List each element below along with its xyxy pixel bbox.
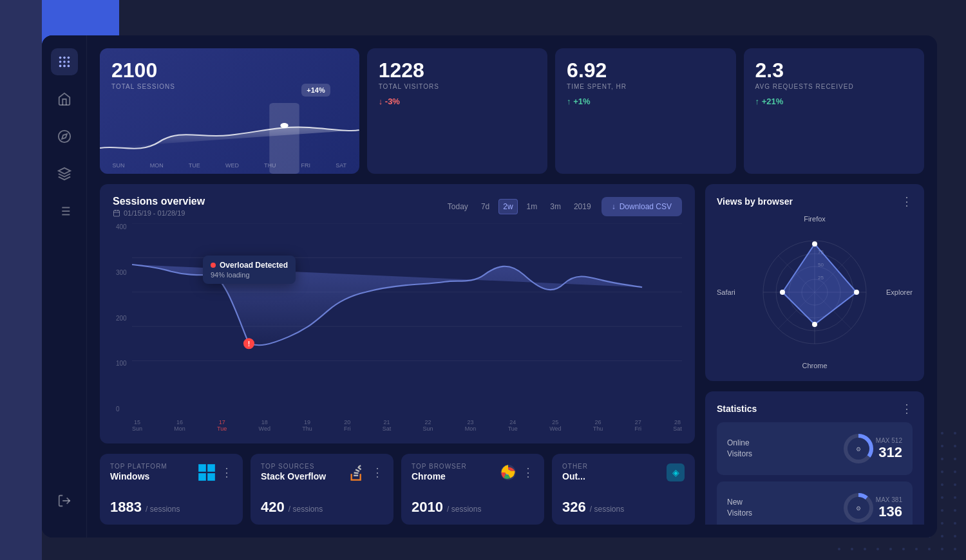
chrome-more-btn[interactable]: ⋮: [522, 467, 534, 478]
tooltip-title: Overload Detected: [211, 261, 288, 270]
svg-text:⚙: ⚙: [856, 446, 861, 453]
svg-marker-10: [62, 134, 67, 139]
platform-windows-label: TOP PLATFORM: [110, 463, 167, 470]
sessions-header: Sessions overview 01/15/19 - 01/28/19 To…: [113, 196, 682, 217]
tooltip-dot: [211, 263, 216, 268]
x-label-24: 24Tue: [508, 419, 518, 432]
svg-marker-11: [58, 168, 70, 174]
browser-card-title-row: Views by browser ⋮: [717, 196, 913, 207]
platform-stackoverflow-right: ⋮: [348, 463, 383, 481]
sidebar-icon-compass[interactable]: [51, 123, 78, 150]
day-wed: WED: [225, 162, 239, 169]
radar-firefox-label: Firefox: [804, 215, 826, 223]
time-filters: Today 7d 2w 1m 3m 2019: [444, 199, 595, 214]
platform-windows: TOP PLATFORM Windows: [100, 454, 243, 525]
tooltip-subtitle: 94% loading: [211, 271, 288, 279]
radar-safari-label: Safari: [717, 288, 735, 296]
platform-other: OTHER Out... ◈ 326 / sessions: [552, 454, 695, 525]
platform-stackoverflow-info: TOP SOURCES Stack Overflow: [261, 463, 326, 481]
platform-stackoverflow-name: Stack Overflow: [261, 471, 326, 481]
stackoverflow-more-btn[interactable]: ⋮: [372, 467, 383, 478]
svg-rect-35: [207, 473, 215, 481]
total-visitors-value: 1228: [379, 60, 536, 80]
svg-point-50: [780, 290, 785, 295]
down-arrow-icon: ↓: [379, 97, 383, 106]
download-csv-button[interactable]: ↓ Download CSV: [601, 197, 682, 216]
windows-icon: [198, 463, 216, 481]
platform-windows-sessions: 1883 / sessions: [110, 499, 232, 516]
x-label-19: 19Thu: [302, 419, 312, 432]
sessions-controls: Today 7d 2w 1m 3m 2019 ↓ Download CSV: [444, 197, 682, 216]
sidebar-icon-list[interactable]: [51, 198, 78, 225]
x-label-15: 15Sun: [132, 419, 142, 432]
new-visitors-card: NewVisitors ⚙ MAX 381 136: [717, 481, 913, 525]
browser-card-title: Views by browser: [717, 196, 793, 207]
online-visitors-card: OnlineVisitors ⚙ MAX 512 312: [717, 422, 913, 475]
online-visitors-max: MAX 512: [876, 437, 902, 444]
radar-chrome-label: Chrome: [802, 362, 827, 369]
mini-chart-tooltip: +14%: [301, 84, 330, 97]
sessions-title-group: Sessions overview 01/15/19 - 01/28/19: [113, 196, 205, 217]
download-icon: ↓: [612, 202, 616, 211]
platform-windows-name: Windows: [110, 471, 167, 481]
svg-text:50: 50: [818, 262, 824, 268]
svg-point-4: [63, 61, 66, 63]
browser-more-btn[interactable]: ⋮: [901, 196, 913, 207]
x-label-25: 25Wed: [549, 419, 561, 432]
sidebar-icon-grid[interactable]: [51, 48, 78, 75]
svg-text:⚙: ⚙: [856, 505, 861, 512]
time-spent-card: 6.92 TIME SPENT, HR ↑ +1%: [555, 48, 735, 174]
windows-more-btn[interactable]: ⋮: [221, 467, 232, 478]
stats-row: 2100 TOTAL SESSIONS +14%: [100, 48, 924, 174]
platform-stackoverflow-sessions: 420 / sessions: [261, 499, 383, 516]
calendar-icon: [113, 209, 120, 217]
total-visitors-card: 1228 TOTAL VISITORS ↓ -3%: [367, 48, 547, 174]
radar-chart-container: Firefox Explorer Chrome Safari: [717, 215, 913, 369]
filter-2w[interactable]: 2w: [498, 199, 517, 214]
x-label-28: 28Sat: [673, 419, 682, 432]
filter-2019[interactable]: 2019: [570, 200, 595, 214]
x-label-16: 16Mon: [174, 419, 185, 432]
platform-windows-right: ⋮: [198, 463, 232, 481]
svg-rect-34: [198, 473, 206, 481]
statistics-section: Statistics ⋮ OnlineVisitors ⚙ MA: [705, 391, 924, 525]
platform-row: TOP PLATFORM Windows: [100, 454, 695, 525]
platform-other-right: ◈: [667, 463, 685, 481]
new-donut-chart: ⚙: [841, 490, 876, 525]
stackoverflow-icon: [348, 463, 366, 481]
day-fri: FRI: [301, 162, 311, 169]
filter-1m[interactable]: 1m: [523, 200, 542, 214]
svg-point-6: [59, 65, 61, 68]
x-label-27: 27Fri: [635, 419, 642, 432]
platform-other-name: Out...: [562, 471, 588, 481]
sidebar-icon-home[interactable]: [51, 86, 78, 113]
filter-today[interactable]: Today: [444, 200, 472, 214]
time-spent-value: 6.92: [567, 60, 724, 80]
right-panel: Views by browser ⋮ Firefox Explorer Chro…: [705, 184, 924, 525]
x-label-18: 18Wed: [259, 419, 270, 432]
statistics-more-btn[interactable]: ⋮: [901, 403, 913, 415]
x-label-23: 23Mon: [465, 419, 477, 432]
main-container: 2100 TOTAL SESSIONS +14%: [42, 35, 937, 537]
sidebar-icon-logout[interactable]: [51, 487, 78, 514]
svg-point-48: [854, 290, 859, 295]
x-label-20: 20Fri: [344, 419, 351, 432]
day-sat: SAT: [336, 162, 346, 169]
svg-point-8: [67, 65, 70, 68]
avg-requests-label: AVG REQUESTS RECEIVED: [755, 83, 913, 90]
total-sessions-card: 2100 TOTAL SESSIONS +14%: [100, 48, 359, 174]
sessions-section: Sessions overview 01/15/19 - 01/28/19 To…: [100, 184, 695, 443]
sidebar-icon-layers[interactable]: [51, 160, 78, 187]
platform-chrome-right: ⋮: [499, 463, 534, 481]
platform-chrome-sessions: 2010 / sessions: [412, 499, 534, 516]
filter-7d[interactable]: 7d: [477, 200, 493, 214]
platform-other-info: OTHER Out...: [562, 463, 588, 481]
platform-stackoverflow: TOP SOURCES Stack Overflow: [251, 454, 393, 525]
filter-3m[interactable]: 3m: [546, 200, 565, 214]
other-icon: ◈: [667, 463, 685, 481]
sessions-title: Sessions overview: [113, 196, 205, 207]
day-thu: THU: [264, 162, 276, 169]
radar-explorer-label: Explorer: [886, 288, 913, 296]
platform-windows-top: TOP PLATFORM Windows: [110, 463, 232, 481]
new-visitors-label: NewVisitors: [727, 497, 841, 519]
